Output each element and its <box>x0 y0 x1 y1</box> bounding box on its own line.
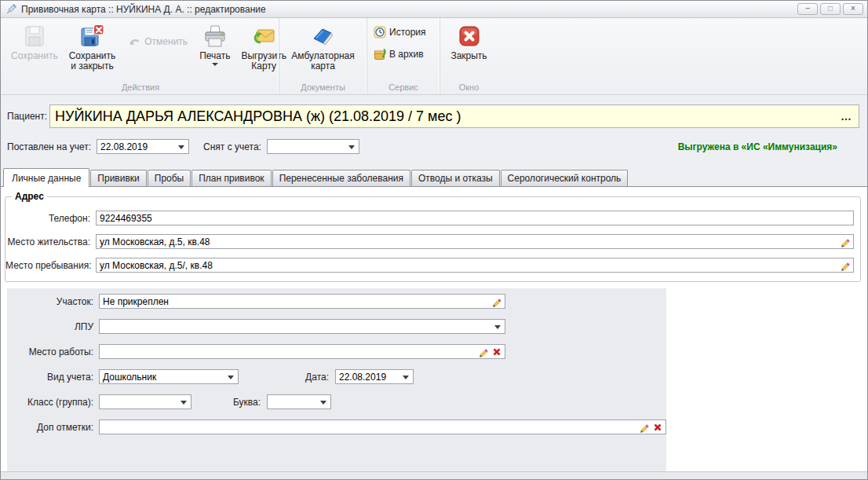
workplace-field[interactable] <box>99 344 505 359</box>
blue-book-icon <box>310 24 335 49</box>
clear-x-icon[interactable] <box>491 346 502 357</box>
patient-value: НУЙКИНА ДАРЬЯ АЛЕКСАНДРОВНА (ж) (21.08.2… <box>55 108 461 125</box>
address-groupbox: Адрес Телефон: 9224469355 Место жительст… <box>5 196 861 282</box>
tab-refusals[interactable]: Отводы и отказы <box>411 170 500 186</box>
lpu-label: ЛПУ <box>7 321 93 332</box>
residence-label: Место жительства: <box>5 236 90 247</box>
stay-label: Место пребывания: <box>5 260 90 271</box>
archive-box-icon <box>374 48 386 60</box>
date-label: Дата: <box>286 372 329 383</box>
toolbar-group-label-service: Сервис <box>370 82 436 94</box>
edit-pencil-icon[interactable] <box>478 346 489 357</box>
notes-label: Доп отметки: <box>7 422 93 433</box>
print-dropdown-arrow-icon[interactable] <box>212 63 218 66</box>
deregistered-label: Снят с учета: <box>203 141 261 152</box>
export-status-text: Выгружена в «ИС «Иммунизация» <box>678 141 837 152</box>
toolbar-group-documents: Амбулаторная карта Документы <box>279 18 367 94</box>
printer-icon <box>202 24 228 49</box>
toolbar-group-label-window: Окно <box>443 82 494 94</box>
tab-serological-control[interactable]: Серологический контроль <box>501 170 629 186</box>
deregistered-date-select[interactable] <box>267 139 359 154</box>
syringe-icon <box>5 3 17 16</box>
close-window-control[interactable]: × <box>843 3 863 15</box>
save-button[interactable]: Сохранить <box>5 20 64 64</box>
residence-field[interactable]: ул Московская, д.5, кв.48 <box>96 234 854 249</box>
ambulatory-card-button[interactable]: Амбулаторная карта <box>286 20 359 74</box>
notes-field[interactable] <box>99 420 666 434</box>
edit-pencil-icon[interactable] <box>639 422 650 433</box>
archive-button[interactable]: В архив <box>370 46 429 62</box>
details-panel: Участок: Не прикреплен ЛПУ <box>7 288 666 471</box>
account-type-label: Вид учета: <box>7 372 93 383</box>
print-button[interactable]: Печать <box>194 20 235 68</box>
chevron-down-icon <box>403 376 409 379</box>
tabstrip: Личные данные Прививки Пробы План привив… <box>1 167 867 186</box>
chevron-down-icon <box>178 145 184 149</box>
edit-pencil-icon[interactable] <box>840 260 851 271</box>
class-label: Класс (группа): <box>7 397 93 408</box>
chevron-down-icon <box>348 145 355 149</box>
letter-label: Буква: <box>224 397 261 408</box>
tab-personal-data[interactable]: Личные данные <box>3 168 89 187</box>
edit-pencil-icon[interactable] <box>840 236 851 247</box>
toolbar: Сохранить Сохранить и закрыть <box>1 18 867 95</box>
registered-date-select[interactable]: 22.08.2019 <box>97 139 189 154</box>
stay-field[interactable]: ул Московская, д.5/, кв.48 <box>96 258 854 273</box>
toolbar-group-actions: Сохранить Сохранить и закрыть <box>2 18 279 94</box>
toolbar-group-label-actions: Действия <box>5 82 275 94</box>
registered-label: Поставлен на учет: <box>7 141 91 152</box>
clear-x-icon[interactable] <box>652 422 663 433</box>
minimize-button[interactable]: – <box>797 3 818 15</box>
toolbar-group-window: Закрыть Окно <box>439 18 498 94</box>
account-type-select[interactable]: Дошкольник <box>99 369 239 384</box>
window-title: Прививочная карта :: НУЙКИНА Д. А. :: ре… <box>21 4 266 15</box>
address-group-label: Адрес <box>12 191 47 202</box>
letter-select[interactable] <box>267 394 331 409</box>
patient-header-panel: Пациент: НУЙКИНА ДАРЬЯ АЛЕКСАНДРОВНА (ж)… <box>1 95 867 167</box>
maximize-button[interactable]: □ <box>820 3 841 15</box>
patient-more-button[interactable]: … <box>834 110 852 123</box>
tab-content-personal-data: Адрес Телефон: 9224469355 Место жительст… <box>1 186 867 471</box>
edit-pencil-icon[interactable] <box>491 296 502 307</box>
date-select[interactable]: 22.08.2019 <box>335 369 414 384</box>
close-x-icon <box>457 24 482 49</box>
toolbar-group-service: История В архив Сервис <box>367 18 439 94</box>
titlebar: Прививочная карта :: НУЙКИНА Д. А. :: ре… <box>1 1 867 18</box>
app-window: Прививочная карта :: НУЙКИНА Д. А. :: ре… <box>0 0 868 480</box>
phone-label: Телефон: <box>5 213 90 224</box>
chevron-down-icon <box>228 376 234 379</box>
tab-tests[interactable]: Пробы <box>148 170 191 186</box>
floppy-disk-close-icon <box>79 24 104 49</box>
history-button[interactable]: История <box>370 24 429 40</box>
patient-label: Пациент: <box>7 111 49 122</box>
lpu-select[interactable] <box>99 319 505 334</box>
floppy-disk-disabled-icon <box>22 24 47 49</box>
district-label: Участок: <box>7 296 93 307</box>
envelope-export-icon <box>251 24 276 49</box>
class-select[interactable] <box>99 394 191 409</box>
tab-vaccination-plan[interactable]: План прививок <box>191 170 271 186</box>
chevron-down-icon <box>320 401 326 405</box>
phone-field[interactable]: 9224469355 <box>96 211 854 225</box>
close-button[interactable]: Закрыть <box>445 20 492 64</box>
district-field[interactable]: Не прикреплен <box>99 294 505 309</box>
chevron-down-icon <box>494 325 501 329</box>
undo-arrow-icon <box>129 35 141 48</box>
chevron-down-icon <box>181 401 187 405</box>
patient-field[interactable]: НУЙКИНА ДАРЬЯ АЛЕКСАНДРОВНА (ж) (21.08.2… <box>49 104 859 128</box>
toolbar-group-label-documents: Документы <box>283 82 363 94</box>
window-bottom-frame <box>1 471 867 479</box>
workplace-label: Место работы: <box>7 346 93 357</box>
clock-icon <box>374 26 386 38</box>
cancel-button[interactable]: Отменить <box>126 34 191 49</box>
tab-past-diseases[interactable]: Перенесенные заболевания <box>272 170 410 186</box>
save-and-close-button[interactable]: Сохранить и закрыть <box>64 20 122 74</box>
tab-vaccinations[interactable]: Прививки <box>90 170 146 186</box>
